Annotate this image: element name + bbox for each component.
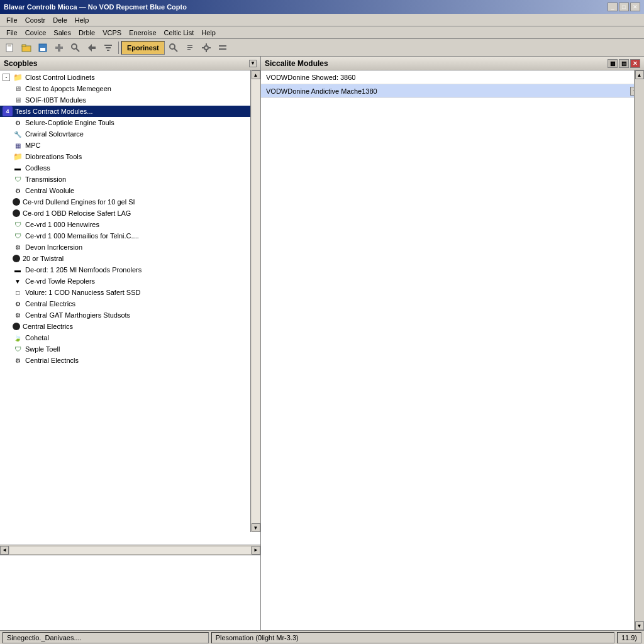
tree-item[interactable]: Central Electrics <box>0 321 250 332</box>
menu2-drble[interactable]: Drble <box>75 28 99 38</box>
edit-icon <box>185 43 195 53</box>
tree-item[interactable]: 🛡 Ce-vrd 1 000 Memailios for Telni.C.... <box>0 230 250 242</box>
right-panel-buttons[interactable]: ▦ ▤ ✕ <box>608 59 640 68</box>
menu2-eneroise[interactable]: Eneroise <box>125 28 160 38</box>
gear-icon: ⚙ <box>13 299 23 309</box>
toolbar-btn-7[interactable] <box>101 41 116 55</box>
gear-icon: ⚙ <box>13 186 23 196</box>
menu2-vcps[interactable]: VCPS <box>99 28 125 38</box>
tree-item[interactable]: 🖥 Clest to ápopcts Memegeen <box>0 83 250 94</box>
scroll-down-button[interactable]: ▼ <box>252 523 260 532</box>
toolbar: Eporinest <box>0 39 644 57</box>
menu-help[interactable]: Help <box>71 15 93 25</box>
tree-item[interactable]: ▦ MPC <box>0 140 250 151</box>
scroll-track[interactable] <box>252 79 260 523</box>
tree-item[interactable]: ▼ Ce-vrd Towle Repolers <box>0 275 250 287</box>
menu2-help[interactable]: Help <box>197 28 219 38</box>
tree-item[interactable]: ▬ Codless <box>0 162 250 174</box>
title-bar-buttons[interactable]: _ □ ✕ <box>608 3 640 11</box>
scroll-right-button[interactable]: ► <box>252 546 260 555</box>
tree-item[interactable]: □ Volure: 1 COD Nanuciess Safert SSD <box>0 287 250 298</box>
tree-item[interactable]: ⚙ Central Electrics <box>0 298 250 309</box>
folder-icon: 📁 <box>13 72 23 82</box>
right-scroll-down[interactable]: ▼ <box>635 621 644 630</box>
close-button[interactable]: ✕ <box>630 3 640 11</box>
box-icon: □ <box>13 287 23 297</box>
extra-icon <box>218 43 228 53</box>
svg-rect-11 <box>104 45 112 46</box>
svg-rect-17 <box>187 47 192 48</box>
tree-item[interactable]: 🍃 Cohetal <box>0 332 250 343</box>
expand-icon[interactable]: - <box>3 74 10 81</box>
horiz-scroll-track[interactable] <box>9 546 252 555</box>
tree-item[interactable]: 20 or Twistral <box>0 253 250 264</box>
svg-point-8 <box>72 44 77 49</box>
menu-coostr[interactable]: Coostr <box>21 15 49 25</box>
tree-item[interactable]: ⚙ Devon Incrlcersion <box>0 242 250 253</box>
toolbar-btn-search2[interactable] <box>166 41 181 55</box>
tree-item[interactable]: ▬ De-ord: 1 205 Ml Nemfoods Pronolers <box>0 264 250 275</box>
toolbar-btn-6[interactable] <box>84 41 99 55</box>
tree-item[interactable]: Ce-ord 1 OBD Relocise Safert LAG <box>0 208 250 219</box>
minimize-button[interactable]: _ <box>608 3 618 11</box>
maximize-button[interactable]: □ <box>619 3 629 11</box>
right-panel-header: Siccalite Modules ▦ ▤ ✕ <box>261 57 644 70</box>
bar-icon: ▬ <box>13 163 23 173</box>
horiz-scrollbar[interactable]: ◄ ► <box>0 545 260 555</box>
toolbar-btn-5[interactable] <box>68 41 83 55</box>
tree-scrollbar[interactable]: ▲ ▼ <box>250 70 260 532</box>
menu2-sales[interactable]: Sales <box>50 28 75 38</box>
svg-rect-25 <box>219 48 226 50</box>
tree-item[interactable]: - 📁 Clost Control Liodinets <box>0 72 250 83</box>
right-scroll-up[interactable]: ▲ <box>635 70 644 79</box>
tree-item[interactable]: 🖥 SOIF-t0BT Modules <box>0 94 250 106</box>
tree-item[interactable]: 🛡 Swple Toell <box>0 343 250 355</box>
menu-dele[interactable]: Dele <box>49 15 71 25</box>
eporinest-button[interactable]: Eporinest <box>121 41 165 55</box>
save-icon <box>38 43 48 53</box>
svg-rect-24 <box>219 45 226 47</box>
toolbar-btn-1[interactable] <box>3 41 18 55</box>
panel-scroll-btn[interactable]: ▼ <box>249 60 257 67</box>
right-list-item[interactable]: VODWDonine Showed: 3860 <box>261 70 644 84</box>
right-close-btn[interactable]: ✕ <box>630 59 640 68</box>
tree-item[interactable]: ⚙ Central GAT Marthogiers Studsots <box>0 309 250 321</box>
tree-item[interactable]: 🔧 Crwiral Solovrtarce <box>0 128 250 140</box>
tree-item[interactable]: ⚙ Central Woolule <box>0 185 250 196</box>
right-scrollbar[interactable]: ▲ ▼ <box>634 70 644 630</box>
right-btn-1[interactable]: ▦ <box>608 59 618 68</box>
tree-item[interactable]: ⚙ Selure-Coptiole Engine Touls <box>0 117 250 128</box>
computer-icon: 🖥 <box>13 84 23 94</box>
circle-icon <box>13 209 20 217</box>
svg-rect-20 <box>206 43 207 45</box>
tree-item-selected[interactable]: 4 Tesls Contract Modules... <box>0 106 250 117</box>
tree-item[interactable]: 🛡 Ce-vrd 1 000 Henvwires <box>0 219 250 230</box>
right-list-item-selected[interactable]: VODWDonine Andictive Mache1380 − <box>261 84 644 98</box>
leaf-icon: 🍃 <box>13 333 23 343</box>
right-btn-2[interactable]: ▤ <box>619 59 629 68</box>
tree-item[interactable]: 📁 Diobreations Tools <box>0 151 250 162</box>
toolbar-btn-extra[interactable] <box>215 41 230 55</box>
tree-item[interactable]: 🛡 Transmission <box>0 174 250 185</box>
scroll-up-button[interactable]: ▲ <box>252 70 260 79</box>
right-panel: Siccalite Modules ▦ ▤ ✕ VODWDonine Showe… <box>261 57 644 630</box>
svg-rect-13 <box>107 50 109 51</box>
menu2-covice[interactable]: Covice <box>21 28 50 38</box>
menu2-file[interactable]: File <box>3 28 21 38</box>
menu2-celtic-list[interactable]: Celtic List <box>160 28 198 38</box>
toolbar-btn-3[interactable] <box>35 41 50 55</box>
toolbar-btn-gear[interactable] <box>199 41 214 55</box>
toolbar-btn-2[interactable] <box>19 41 34 55</box>
svg-rect-1 <box>8 44 11 47</box>
tree-item[interactable]: Ce-vrd Dullend Engines for 10 gel SI <box>0 196 250 208</box>
tree-item[interactable]: ⚙ Centrial Electncls <box>0 355 250 366</box>
left-panel: Scopbles ▼ - 📁 Clost Control Liodinets 🖥… <box>0 57 261 630</box>
toolbar-btn-4[interactable] <box>52 41 67 55</box>
scroll-left-button[interactable]: ◄ <box>0 546 9 555</box>
toolbar-btn-edit[interactable] <box>182 41 197 55</box>
svg-rect-5 <box>40 48 45 51</box>
gear-icon: ⚙ <box>13 118 23 128</box>
svg-point-19 <box>204 46 208 50</box>
tree-content: - 📁 Clost Control Liodinets 🖥 Clest to á… <box>0 70 250 367</box>
menu-flle[interactable]: Flle <box>3 15 21 25</box>
